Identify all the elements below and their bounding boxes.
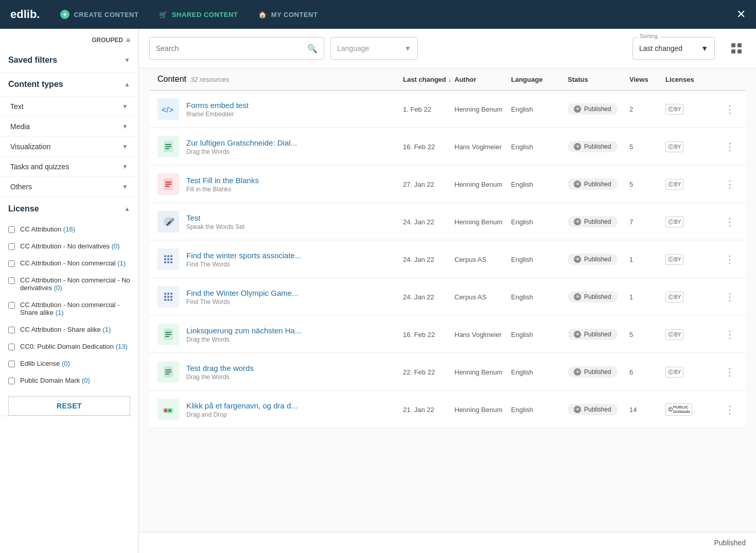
license-item-edlib: Edlib License (0)	[8, 355, 130, 372]
svg-rect-6	[165, 144, 171, 145]
main-content: 🔍 Language ▼ Sorting Last changed ▼	[139, 29, 756, 553]
col-header-status[interactable]: Status	[568, 76, 629, 83]
status-badge: 👁 Published	[568, 329, 618, 340]
license-item-cc-attribution: CC Attribution (16)	[8, 221, 130, 238]
status-badge: 👁 Published	[568, 216, 618, 227]
nav-shared[interactable]: 🛒 SHARED CONTENT	[159, 11, 238, 19]
row-title[interactable]: Forms embed test	[186, 101, 249, 110]
row-actions-button[interactable]: ⋮	[722, 328, 737, 341]
row-actions-button[interactable]: ⋮	[722, 140, 737, 153]
nav-my-label: MY CONTENT	[271, 11, 318, 19]
row-status: 👁 Published	[568, 103, 629, 115]
sidebar-item-media-label: Media	[10, 122, 30, 131]
row-status: 👁 Published	[568, 179, 629, 190]
svg-rect-8	[165, 148, 169, 149]
sidebar-item-media[interactable]: Media ▼	[0, 116, 138, 136]
sidebar-item-text[interactable]: Text ▼	[0, 96, 138, 116]
svg-point-31	[167, 299, 169, 301]
content-types-header[interactable]: Content types ▲	[0, 73, 138, 96]
svg-point-22	[167, 261, 169, 263]
col-header-last-changed[interactable]: Last changed ↓	[403, 76, 454, 83]
row-language: English	[511, 368, 568, 376]
row-actions-button[interactable]: ⋮	[722, 291, 737, 303]
row-content: Klikk på et fargenavn, og dra d... Drag …	[157, 399, 403, 420]
row-status: 👁 Published	[568, 254, 629, 265]
main-layout: GROUPED ≡ Saved filters ▼ Content types …	[0, 29, 756, 553]
license-checkbox-public-domain[interactable]	[8, 378, 15, 384]
sidebar-item-visualization[interactable]: Visualization ▼	[0, 136, 138, 156]
license-checkbox-cc-non-commercial[interactable]	[8, 260, 15, 267]
row-date: 16. Feb 22	[403, 143, 454, 151]
row-author: Henning Benum	[454, 368, 511, 376]
row-actions-button[interactable]: ⋮	[722, 216, 737, 228]
sidebar: GROUPED ≡ Saved filters ▼ Content types …	[0, 29, 139, 553]
nav-my[interactable]: 🏠 MY CONTENT	[258, 11, 318, 19]
row-actions-button[interactable]: ⋮	[722, 103, 737, 115]
row-title[interactable]: Find the winter sports associate...	[186, 251, 301, 260]
close-button[interactable]: ✕	[736, 8, 746, 21]
sorting-select[interactable]: Last changed ▼	[632, 37, 715, 60]
license-checkbox-edlib[interactable]	[8, 361, 15, 367]
text-chevron: ▼	[122, 103, 128, 110]
row-title[interactable]: Test	[186, 213, 244, 222]
row-content: 🎤 Test Speak the Words Set	[157, 211, 403, 233]
row-status: 👁 Published	[568, 141, 629, 152]
col-header-author[interactable]: Author	[454, 76, 511, 83]
reset-button[interactable]: RESET	[8, 396, 130, 416]
license-checkbox-cc-attribution[interactable]	[8, 226, 15, 233]
saved-filters-header[interactable]: Saved filters ▼	[0, 48, 138, 72]
svg-point-25	[167, 293, 169, 295]
search-input[interactable]	[156, 44, 307, 52]
sidebar-item-tasks-label: Tasks and quizzes	[10, 163, 69, 171]
row-actions-button[interactable]: ⋮	[722, 403, 737, 416]
row-title[interactable]: Zur luftigen Gratschneide: Dial...	[186, 138, 297, 147]
license-checkbox-cc-sa[interactable]	[8, 327, 15, 333]
row-subtitle: Speak the Words Set	[186, 223, 244, 230]
row-language: English	[511, 331, 568, 338]
svg-point-20	[170, 258, 172, 260]
license-checkbox-cc-no-deriv[interactable]	[8, 243, 15, 250]
row-date: 24. Jan 22	[403, 218, 454, 226]
svg-point-28	[167, 296, 169, 298]
row-title[interactable]: Klikk på et fargenavn, og dra d...	[186, 401, 297, 410]
row-author: Henning Benum	[454, 181, 511, 188]
row-title[interactable]: Linksquerung zum nächsten Ha...	[186, 326, 301, 335]
license-checkbox-cc-nc-nd[interactable]	[8, 277, 15, 284]
row-icon: 🎤	[157, 211, 179, 233]
language-select[interactable]: Language ▼	[330, 37, 418, 60]
svg-point-18	[164, 258, 166, 260]
row-date: 27. Jan 22	[403, 181, 454, 188]
license-checkbox-cc0[interactable]	[8, 344, 15, 350]
row-author: Henning Benum	[454, 218, 511, 226]
svg-text:</>: </>	[162, 105, 173, 114]
row-licenses: ⒸBY	[665, 104, 722, 115]
license-header[interactable]: License ▲	[0, 197, 138, 221]
row-views: 1	[629, 256, 665, 263]
col-header-views[interactable]: Views	[629, 76, 665, 83]
logo[interactable]: edlib.	[10, 8, 40, 21]
license-checkbox-cc-nc-sa[interactable]	[8, 302, 15, 309]
col-licenses-label: Licenses	[665, 76, 694, 83]
status-dot-icon: 👁	[574, 331, 581, 338]
content-types-section: Content types ▲ Text ▼ Media ▼ Visualiza…	[0, 73, 138, 197]
row-licenses: ⒸBY	[665, 179, 722, 190]
row-title[interactable]: Test Fill in the Blanks	[186, 176, 259, 185]
status-dot-icon: 👁	[574, 406, 581, 413]
row-title[interactable]: Test drag the words	[186, 364, 254, 372]
row-actions-button[interactable]: ⋮	[722, 253, 737, 265]
grid-view-button[interactable]	[727, 39, 746, 58]
col-header-language[interactable]: Language	[511, 76, 568, 83]
row-actions-button[interactable]: ⋮	[722, 178, 737, 190]
row-actions-button[interactable]: ⋮	[722, 366, 737, 378]
nav-create[interactable]: + CREATE CONTENT	[60, 10, 138, 19]
sorting-dropdown-icon: ▼	[701, 44, 708, 52]
saved-filters-section: Saved filters ▼	[0, 48, 138, 73]
sidebar-item-tasks[interactable]: Tasks and quizzes ▼	[0, 156, 138, 176]
row-title[interactable]: Find the Winter Olympic Game...	[186, 289, 298, 297]
row-language: English	[511, 105, 568, 113]
row-icon	[157, 361, 179, 383]
col-header-licenses[interactable]: Licenses	[665, 76, 722, 83]
row-views: 5	[629, 181, 665, 188]
sidebar-item-text-label: Text	[10, 102, 24, 111]
sidebar-item-others[interactable]: Others ▼	[0, 176, 138, 197]
